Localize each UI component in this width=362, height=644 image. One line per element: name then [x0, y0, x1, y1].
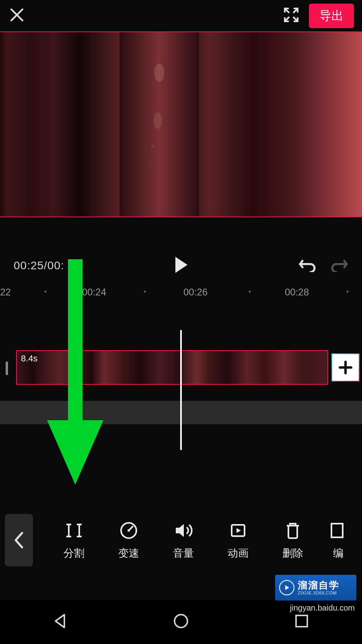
close-button[interactable]: [8, 6, 26, 25]
watermark-subtitle: ZIXUE.3D66.COM: [298, 590, 339, 595]
svg-point-20: [175, 615, 187, 627]
video-preview[interactable]: [0, 31, 362, 217]
ruler-dot: [347, 291, 349, 293]
credit-text: jingyan.baidu.com: [290, 603, 355, 613]
watermark-title: 溜溜自学: [298, 580, 339, 590]
svg-marker-19: [56, 615, 64, 627]
tool-split[interactable]: 分割: [55, 520, 93, 560]
playhead[interactable]: [180, 330, 182, 450]
fullscreen-icon[interactable]: [283, 7, 299, 25]
tool-animation[interactable]: 动画: [219, 520, 257, 560]
tool-label: 变速: [118, 546, 139, 560]
watermark-play-icon: [279, 580, 294, 595]
tool-volume[interactable]: 音量: [164, 520, 203, 560]
clip-left-handle[interactable]: [6, 361, 8, 375]
ruler-dot: [144, 291, 146, 293]
tool-edit[interactable]: 编: [328, 520, 348, 560]
tool-label: 音量: [173, 546, 194, 560]
timecode-label: 00:25/00:: [14, 259, 64, 272]
tool-label: 编: [333, 546, 343, 560]
nav-home-button[interactable]: [172, 612, 190, 632]
playback-bar: 00:25/00:: [0, 250, 362, 282]
svg-rect-21: [296, 615, 307, 627]
svg-rect-9: [68, 259, 82, 420]
play-button[interactable]: [173, 256, 189, 275]
svg-marker-18: [285, 585, 289, 590]
ruler-tick: 00:24: [82, 287, 106, 298]
nav-back-button[interactable]: [51, 612, 69, 632]
top-bar: 导出: [0, 0, 362, 31]
ruler-tick: 00:26: [183, 287, 208, 298]
watermark-badge: 溜溜自学 ZIXUE.3D66.COM: [275, 575, 356, 601]
tool-label: 动画: [228, 546, 249, 560]
export-button[interactable]: 导出: [309, 4, 354, 28]
svg-point-13: [128, 529, 130, 532]
video-clip[interactable]: 8.4s: [16, 350, 328, 385]
timeline-ruler[interactable]: 22 00:24 00:26 00:28: [0, 284, 362, 300]
svg-marker-6: [175, 257, 187, 273]
nav-recent-button[interactable]: [293, 612, 311, 632]
ruler-tick: 22: [0, 287, 11, 298]
add-clip-button[interactable]: [331, 353, 360, 382]
back-button[interactable]: [5, 514, 33, 566]
clip-duration-label: 8.4s: [21, 353, 38, 364]
svg-marker-15: [237, 528, 241, 533]
undo-button[interactable]: [298, 258, 316, 274]
tool-label: 删除: [282, 546, 303, 560]
redo-button: [331, 258, 348, 274]
ruler-dot: [44, 291, 46, 293]
svg-marker-10: [47, 420, 103, 485]
tool-delete[interactable]: 删除: [274, 520, 312, 560]
ruler-dot: [249, 291, 251, 293]
tool-speed[interactable]: 变速: [109, 520, 148, 560]
tool-bar: 分割 变速 音量 动画 删除 编: [0, 512, 362, 568]
tool-label: 分割: [64, 546, 84, 560]
ruler-tick: 00:28: [285, 287, 309, 298]
